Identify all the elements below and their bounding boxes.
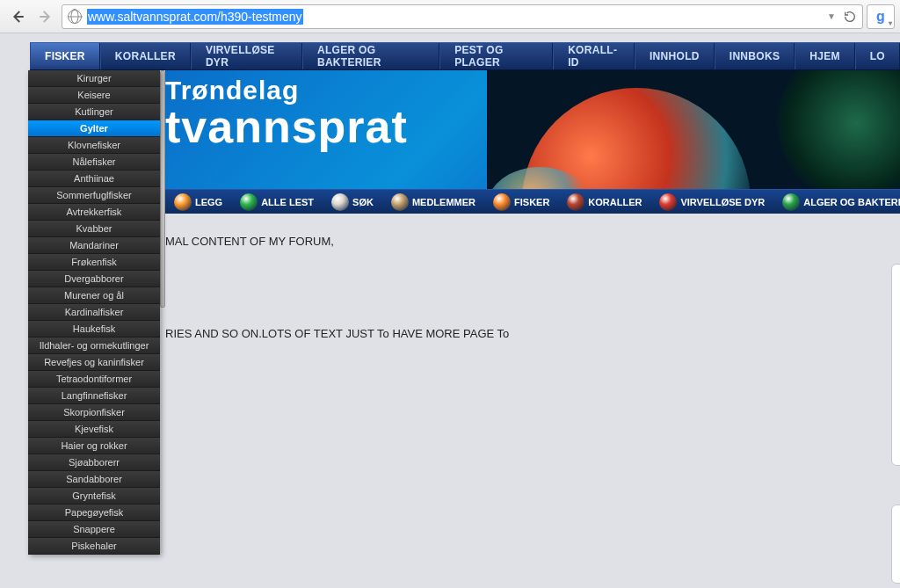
dropdown-item-papeg-yefisk[interactable]: Papegøyefisk: [28, 505, 160, 521]
dropdown-item-haier-og-rokker[interactable]: Haier og rokker: [28, 438, 160, 454]
dropdown-item-gryntefisk[interactable]: Gryntefisk: [28, 488, 160, 505]
sub-toolbar: LEGGALLE LESTSØKMEDLEMMERFISKERKORALLERV…: [165, 189, 900, 214]
subbar-item-alger-og-bakterier[interactable]: ALGER OG BAKTERIER: [773, 190, 900, 214]
arrow-right-icon: [38, 9, 54, 25]
nav-item-korall-id[interactable]: KORALL-ID: [553, 43, 635, 69]
subbar-label: MEDLEMMER: [412, 197, 475, 207]
subbar-icon: [659, 193, 677, 211]
subbar-label: ALLE LEST: [261, 197, 314, 207]
dropdown-item-mandariner[interactable]: Mandariner: [28, 237, 160, 254]
right-panel-card: [891, 264, 900, 466]
subbar-icon: [493, 193, 511, 211]
dropdown-item-piskehaler[interactable]: Piskehaler: [28, 538, 160, 555]
url-text: www.saltvannsprat.com/h390-testmeny: [87, 10, 827, 24]
reload-icon[interactable]: [843, 10, 857, 24]
forward-button[interactable]: [33, 4, 58, 29]
dropdown-item-gylter[interactable]: Gylter: [28, 120, 160, 137]
page-viewport: FISKERKORALLERVIRVELLØSE DYRALGER OG BAK…: [0, 33, 900, 588]
dropdown-item-anthiinae[interactable]: Anthiinae: [28, 171, 160, 187]
banner-line1: Trøndelag: [165, 77, 408, 104]
dropdown-item-langfinnefisker[interactable]: Langfinnefisker: [28, 388, 160, 404]
dropdown-item-snappere[interactable]: Snappere: [28, 521, 160, 538]
subbar-item-s-k[interactable]: SØK: [323, 190, 382, 214]
address-bar[interactable]: www.saltvannsprat.com/h390-testmeny ▼: [62, 4, 863, 29]
dropdown-item-keisere[interactable]: Keisere: [28, 87, 160, 104]
dropdown-item-sj-abborerr[interactable]: Sjøabborerr: [28, 454, 160, 471]
subbar-label: KORALLER: [588, 197, 642, 207]
banner-photo: [487, 70, 900, 189]
subbar-icon: [391, 193, 409, 211]
main-nav: FISKERKORALLERVIRVELLØSE DYRALGER OG BAK…: [30, 42, 900, 70]
browser-toolbar: www.saltvannsprat.com/h390-testmeny ▼ g: [0, 0, 900, 33]
nav-item-koraller[interactable]: KORALLER: [100, 43, 191, 69]
dropdown-item-avtrekkerfisk[interactable]: Avtrekkerfisk: [28, 204, 160, 221]
subbar-label: ALGER OG BAKTERIER: [803, 197, 900, 207]
dropdown-item-sommerfuglfisker[interactable]: Sommerfuglfisker: [28, 187, 160, 204]
subbar-item-koraller[interactable]: KORALLER: [558, 190, 650, 214]
subbar-icon: [782, 193, 800, 211]
dropdown-item-skorpionfisker[interactable]: Skorpionfisker: [28, 404, 160, 421]
dropdown-scrollbar[interactable]: [160, 70, 165, 308]
nav-item-innhold[interactable]: INNHOLD: [635, 43, 715, 69]
dropdown-indicator-icon[interactable]: ▼: [827, 11, 836, 21]
subbar-label: LEGG: [195, 197, 222, 207]
nav-item-pest-og-plager[interactable]: PEST OG PLAGER: [439, 43, 553, 69]
back-button[interactable]: [5, 4, 30, 29]
dropdown-item-dvergabborer[interactable]: Dvergabborer: [28, 271, 160, 287]
banner-line2: tvannsprat: [165, 104, 408, 149]
dropdown-item-murener-og-l[interactable]: Murener og ål: [28, 287, 160, 304]
nav-item-innboks[interactable]: INNBOKS: [715, 43, 795, 69]
dropdown-item-klovnefisker[interactable]: Klovnefisker: [28, 137, 160, 154]
subbar-item-virvell-se-dyr[interactable]: VIRVELLØSE DYR: [650, 190, 773, 214]
subbar-item-legg[interactable]: LEGG: [165, 190, 231, 214]
url-trailing-controls: ▼: [827, 10, 857, 24]
search-engine-button[interactable]: g: [867, 4, 895, 29]
subbar-icon: [240, 193, 258, 211]
subbar-item-fisker[interactable]: FISKER: [484, 190, 558, 214]
nav-item-hjem[interactable]: HJEM: [795, 43, 855, 69]
subbar-item-medlemmer[interactable]: MEDLEMMER: [382, 190, 484, 214]
dropdown-item-tetraodontiformer[interactable]: Tetraodontiformer: [28, 371, 160, 388]
nav-item-fisker[interactable]: FISKER: [30, 43, 100, 69]
subbar-icon: [567, 193, 584, 211]
nav-item-lo[interactable]: LO: [855, 43, 900, 69]
right-panel-card-2: [891, 505, 900, 584]
dropdown-item-n-lefisker[interactable]: Nålefisker: [28, 154, 160, 171]
subbar-label: SØK: [352, 197, 374, 207]
dropdown-item-ildhaler-og-ormekutlinger[interactable]: Ildhaler- og ormekutlinger: [28, 338, 160, 354]
arrow-left-icon: [10, 9, 25, 25]
dropdown-item-sandabborer[interactable]: Sandabborer: [28, 471, 160, 488]
fisker-dropdown[interactable]: KirurgerKeisereKutlingerGylterKlovnefisk…: [28, 70, 160, 555]
dropdown-item-kjevefisk[interactable]: Kjevefisk: [28, 421, 160, 438]
dropdown-item-haukefisk[interactable]: Haukefisk: [28, 321, 160, 338]
nav-item-virvell-se-dyr[interactable]: VIRVELLØSE DYR: [191, 43, 302, 69]
dropdown-item-kirurger[interactable]: Kirurger: [28, 70, 160, 87]
subbar-item-alle-lest[interactable]: ALLE LEST: [231, 190, 323, 214]
google-g-icon: g: [876, 9, 885, 25]
page-content: MAL CONTENT OF MY FORUM, RIES AND SO ON.…: [165, 214, 900, 340]
dropdown-item-kvabber[interactable]: Kvabber: [28, 221, 160, 237]
subbar-icon: [174, 193, 192, 211]
subbar-label: FISKER: [514, 197, 549, 207]
banner-title: Trøndelag tvannsprat: [165, 70, 408, 189]
globe-icon: [68, 10, 82, 24]
dropdown-item-revefjes-og-kaninfisker[interactable]: Revefjes og kaninfisker: [28, 354, 160, 371]
dropdown-item-kardinalfisker[interactable]: Kardinalfisker: [28, 304, 160, 321]
content-line-2: RIES AND SO ON.LOTS OF TEXT JUST To HAVE…: [165, 327, 900, 340]
dropdown-item-fr-kenfisk[interactable]: Frøkenfisk: [28, 254, 160, 271]
dropdown-item-kutlinger[interactable]: Kutlinger: [28, 104, 160, 120]
subbar-icon: [331, 193, 349, 211]
site-banner: Trøndelag tvannsprat: [165, 70, 900, 189]
content-line-1: MAL CONTENT OF MY FORUM,: [165, 235, 900, 248]
nav-item-alger-og-bakterier[interactable]: ALGER OG BAKTERIER: [302, 43, 439, 69]
subbar-label: VIRVELLØSE DYR: [680, 197, 765, 207]
